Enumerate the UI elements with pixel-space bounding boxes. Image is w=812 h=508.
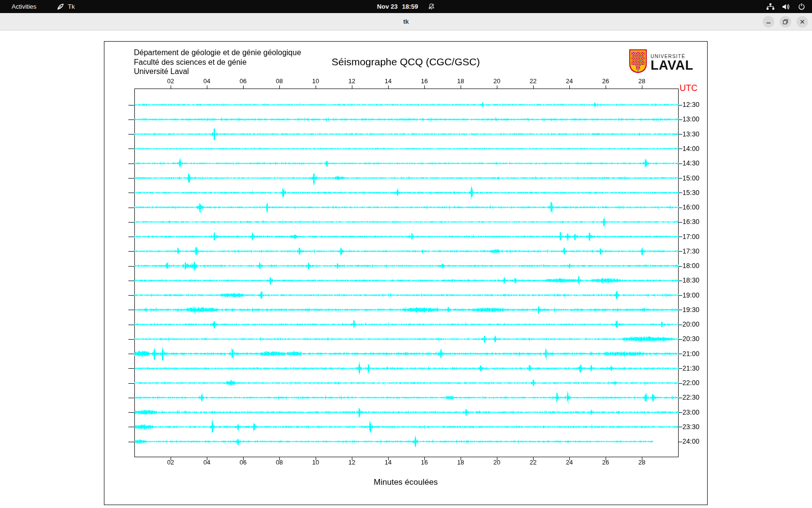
power-icon <box>798 3 805 10</box>
clock-time: 18:59 <box>402 3 418 10</box>
utc-time-label: 15:30 <box>682 189 699 197</box>
utc-time-label: 14:30 <box>682 159 699 167</box>
minimize-icon <box>766 19 771 25</box>
figure-title: Séismographe QCQ (CGC/GSC) <box>104 56 707 68</box>
bottom-axis-tick-label: 20 <box>490 459 504 466</box>
tk-feather-icon <box>57 3 64 11</box>
laval-shield-icon <box>629 49 647 75</box>
x-axis-title: Minutes écoulées <box>104 478 707 487</box>
bottom-axis-tick-label: 28 <box>635 459 649 466</box>
top-axis-tick-label: 12 <box>345 77 359 85</box>
top-bar: Activities Tk Nov 23 18:59 <box>0 0 812 13</box>
utc-time-label: 16:30 <box>682 218 699 226</box>
bottom-axis-tick-label: 08 <box>272 459 287 466</box>
utc-time-label: 22:00 <box>682 379 699 387</box>
seismograph-frame: Département de géologie et de génie géol… <box>104 41 708 505</box>
utc-time-label: 18:30 <box>682 276 699 284</box>
utc-time-label: 20:00 <box>682 320 699 329</box>
clock-date: Nov 23 <box>377 3 398 10</box>
institution-line-3: Université Laval <box>134 67 301 76</box>
network-icon <box>766 3 775 10</box>
utc-time-label: 13:30 <box>682 130 699 138</box>
utc-time-label: 17:30 <box>682 247 699 255</box>
universite-laval-logo: UNIVERSITÉ LAVAL <box>629 49 693 75</box>
bottom-axis-tick-label: 02 <box>163 459 178 466</box>
notifications-muted-icon <box>428 3 435 10</box>
bottom-axis-tick-label: 26 <box>598 459 613 466</box>
top-axis-tick-label: 16 <box>417 77 432 85</box>
tk-app-indicator[interactable]: Tk <box>57 3 74 11</box>
top-axis-tick-label: 28 <box>635 77 649 85</box>
utc-time-label: 13:00 <box>682 115 699 123</box>
bottom-axis-tick-label: 12 <box>345 459 359 466</box>
utc-time-label: 19:30 <box>682 306 699 314</box>
minimize-button[interactable] <box>763 16 774 28</box>
top-axis-tick-label: 06 <box>236 77 250 85</box>
top-axis-tick-label: 24 <box>562 77 577 85</box>
utc-time-label: 21:30 <box>682 364 699 373</box>
activities-button[interactable]: Activities <box>9 2 39 11</box>
bottom-axis-tick-label: 24 <box>562 459 577 466</box>
utc-time-label: 24:00 <box>682 437 699 446</box>
window-titlebar[interactable]: tk <box>0 13 812 30</box>
system-status-menu[interactable] <box>766 0 812 13</box>
bottom-axis-tick-label: 06 <box>236 459 250 466</box>
tk-app-label: Tk <box>68 3 74 10</box>
seismograph-canvas <box>104 42 707 505</box>
laval-wordmark-laval: LAVAL <box>651 59 693 72</box>
utc-time-label: 17:00 <box>682 233 699 241</box>
window-title: tk <box>0 13 812 30</box>
close-icon <box>799 19 805 25</box>
utc-time-label: 16:00 <box>682 203 699 211</box>
top-axis-tick-label: 26 <box>598 77 613 85</box>
bottom-axis-tick-label: 10 <box>308 459 323 466</box>
clock-menu[interactable]: Nov 23 18:59 <box>377 0 435 13</box>
top-axis-tick-label: 02 <box>163 77 178 85</box>
utc-time-label: 19:00 <box>682 291 699 299</box>
utc-axis-label: UTC <box>680 83 697 93</box>
top-axis-tick-label: 14 <box>381 77 395 85</box>
desktop: Activities Tk Nov 23 18:59 <box>0 0 812 508</box>
top-axis-tick-label: 18 <box>453 77 468 85</box>
utc-time-label: 12:30 <box>682 101 699 109</box>
bottom-axis-tick-label: 18 <box>453 459 468 466</box>
bottom-axis-tick-label: 22 <box>526 459 540 466</box>
bottom-axis-tick-label: 04 <box>200 459 214 466</box>
top-axis-tick-label: 20 <box>490 77 504 85</box>
tk-window-content: Département de géologie et de génie géol… <box>0 30 812 508</box>
utc-time-label: 14:00 <box>682 145 699 153</box>
top-axis-tick-label: 10 <box>308 77 323 85</box>
utc-time-label: 23:00 <box>682 408 699 417</box>
restore-icon <box>783 19 788 25</box>
bottom-axis-tick-label: 14 <box>381 459 395 466</box>
utc-time-label: 18:00 <box>682 262 699 270</box>
utc-time-label: 20:30 <box>682 335 699 343</box>
maximize-button[interactable] <box>780 16 791 28</box>
utc-time-label: 15:00 <box>682 174 699 182</box>
utc-time-label: 21:00 <box>682 350 699 358</box>
top-axis-tick-label: 08 <box>272 77 287 85</box>
volume-icon <box>782 3 791 10</box>
utc-time-label: 22:30 <box>682 393 699 402</box>
top-axis-tick-label: 04 <box>200 77 214 85</box>
close-button[interactable] <box>797 16 808 28</box>
bottom-axis-tick-label: 16 <box>417 459 432 466</box>
utc-time-label: 23:30 <box>682 423 699 431</box>
top-axis-tick-label: 22 <box>526 77 540 85</box>
